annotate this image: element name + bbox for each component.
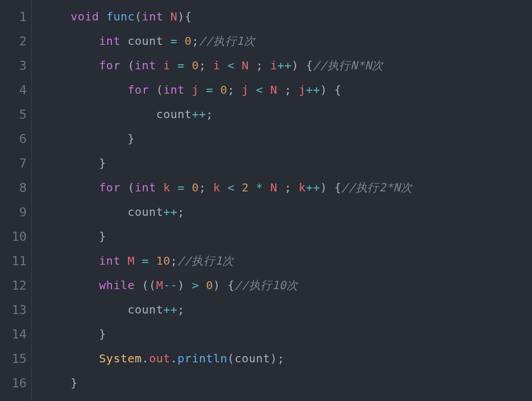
indent — [42, 229, 99, 243]
token-punct: } — [99, 229, 106, 243]
token-punct: ; — [199, 181, 213, 194]
line-number: 1 — [2, 5, 27, 29]
token-comment: //执行2*N次 — [342, 181, 412, 194]
code-line[interactable]: count++; — [42, 102, 532, 127]
code-area[interactable]: void func(int N){ int count = 0;//执行1次 f… — [32, 0, 532, 401]
token-plain — [199, 278, 206, 292]
code-line[interactable]: } — [42, 151, 532, 176]
code-line[interactable]: void func(int N){ — [42, 5, 532, 29]
token-num: 0 — [206, 278, 214, 292]
token-class: System — [99, 352, 142, 365]
token-punct: { — [185, 10, 192, 23]
token-ident: N — [270, 181, 277, 194]
token-type: int — [142, 10, 171, 23]
token-plain — [185, 59, 192, 72]
token-op: * — [256, 181, 263, 194]
token-op: ++ — [277, 59, 292, 72]
token-ident: k — [299, 181, 306, 194]
token-plain — [263, 181, 271, 194]
token-keyword: void — [70, 10, 106, 23]
token-type: int — [99, 34, 127, 48]
indent — [42, 59, 99, 72]
token-plain — [249, 83, 256, 97]
token-punct: ; — [177, 205, 185, 219]
token-plain — [235, 59, 242, 72]
line-number: 11 — [2, 249, 27, 273]
line-number: 4 — [2, 78, 27, 102]
line-number: 2 — [2, 29, 27, 53]
token-op: < — [227, 59, 235, 72]
token-op: = — [177, 181, 185, 194]
token-punct: } — [99, 156, 106, 170]
line-number: 8 — [2, 176, 27, 200]
code-line[interactable]: } — [42, 127, 532, 151]
token-op: ++ — [306, 83, 320, 97]
indent — [42, 352, 99, 365]
token-op: -- — [163, 278, 177, 292]
token-punct: } — [99, 327, 106, 341]
token-paren: ) — [177, 10, 185, 23]
indent — [42, 303, 128, 316]
token-keyword: for — [99, 181, 127, 194]
token-type: int — [135, 59, 163, 72]
token-var: count — [235, 352, 271, 365]
token-ident: k — [213, 181, 221, 194]
token-op: ++ — [163, 205, 177, 219]
token-var: count — [128, 34, 164, 48]
token-op: ++ — [163, 303, 177, 316]
code-line[interactable]: for (int i = 0; i < N ; i++) {//执行N*N次 — [42, 53, 532, 78]
token-comment: //执行1次 — [199, 34, 255, 48]
code-line[interactable]: int M = 10;//执行1次 — [42, 249, 532, 273]
indent — [42, 34, 99, 48]
code-line[interactable]: } — [42, 322, 532, 346]
code-line[interactable]: } — [42, 371, 532, 395]
token-plain — [171, 59, 178, 72]
line-number: 15 — [2, 346, 27, 371]
token-num: 0 — [192, 181, 199, 194]
line-number: 5 — [2, 102, 27, 127]
token-ident: N — [242, 59, 249, 72]
code-line[interactable]: int count = 0;//执行1次 — [42, 29, 532, 53]
token-var: count — [156, 107, 192, 121]
token-punct: ; — [277, 181, 299, 194]
token-var: count — [128, 303, 164, 316]
code-line[interactable]: while ((M--) > 0) {//执行10次 — [42, 273, 532, 298]
token-punct: } — [70, 376, 78, 390]
code-line[interactable]: for (int k = 0; k < 2 * N ; k++) {//执行2*… — [42, 176, 532, 200]
token-op: = — [177, 59, 185, 72]
code-line[interactable]: } — [42, 224, 532, 249]
line-number: 6 — [2, 127, 27, 151]
line-number: 3 — [2, 53, 27, 78]
token-punct: . — [171, 352, 178, 365]
line-number: 12 — [2, 273, 27, 298]
code-editor[interactable]: 12345678910111213141516 void func(int N)… — [0, 0, 532, 401]
token-punct: ; — [277, 83, 299, 97]
token-num: 0 — [221, 83, 228, 97]
indent — [42, 278, 99, 292]
code-line[interactable]: System.out.println(count); — [42, 346, 532, 371]
indent — [42, 205, 128, 219]
code-line[interactable]: count++; — [42, 200, 532, 224]
token-paren: ( — [135, 10, 142, 23]
token-plain — [171, 181, 178, 194]
token-punct: ; — [227, 83, 242, 97]
token-plain — [163, 34, 171, 48]
code-line[interactable]: for (int j = 0; j < N ; j++) { — [42, 78, 532, 102]
token-ident: N — [171, 10, 178, 23]
token-plain — [235, 181, 242, 194]
line-number: 16 — [2, 371, 27, 395]
token-type: int — [163, 83, 192, 97]
token-type: int — [135, 181, 163, 194]
token-paren: ( — [227, 352, 235, 365]
token-keyword: for — [128, 83, 156, 97]
line-number: 7 — [2, 151, 27, 176]
token-punct: ; — [192, 34, 199, 48]
token-ident: k — [163, 181, 171, 194]
token-punct: ; — [171, 254, 178, 268]
code-line[interactable]: count++; — [42, 298, 532, 322]
token-num: 0 — [185, 34, 192, 48]
token-punct: ; — [249, 59, 271, 72]
token-plain — [149, 254, 156, 268]
token-op: ++ — [306, 181, 320, 194]
line-number: 10 — [2, 224, 27, 249]
